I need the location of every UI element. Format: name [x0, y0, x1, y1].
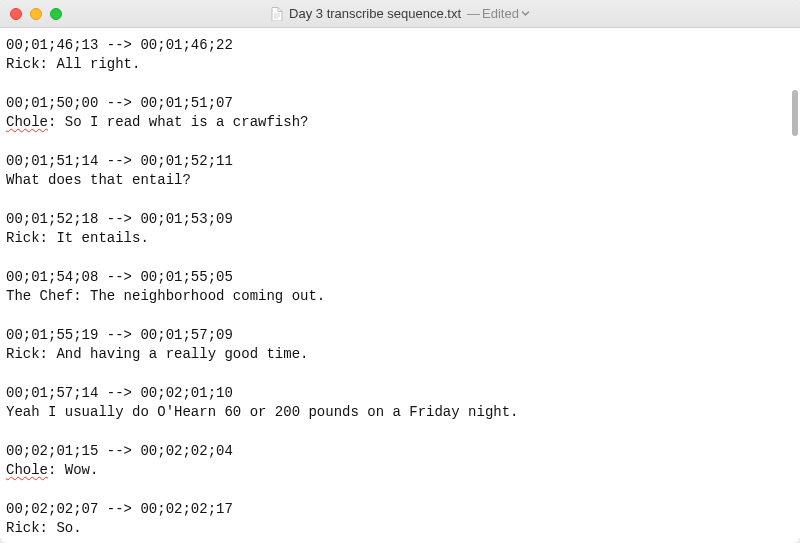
edited-badge[interactable]: — Edited: [467, 6, 530, 21]
chevron-down-icon: [521, 9, 530, 18]
text-editor-window: Day 3 transcribe sequence.txt — Edited 0…: [0, 0, 800, 543]
maximize-icon[interactable]: [50, 8, 62, 20]
text-editor-body[interactable]: 00;01;46;13 --> 00;01;46;22 Rick: All ri…: [0, 28, 790, 543]
scrollbar-thumb[interactable]: [792, 90, 798, 136]
title-center[interactable]: Day 3 transcribe sequence.txt — Edited: [0, 6, 800, 21]
document-title: Day 3 transcribe sequence.txt: [289, 6, 461, 21]
scrollbar-track[interactable]: [790, 28, 800, 543]
spellcheck-underline: Chole: [6, 114, 48, 130]
close-icon[interactable]: [10, 8, 22, 20]
document-icon: [270, 6, 283, 21]
title-separator: —: [467, 6, 480, 21]
window-controls: [0, 8, 62, 20]
spellcheck-underline: Chole: [6, 462, 48, 478]
edited-label: Edited: [482, 6, 519, 21]
content-area: 00;01;46;13 --> 00;01;46;22 Rick: All ri…: [0, 28, 800, 543]
titlebar[interactable]: Day 3 transcribe sequence.txt — Edited: [0, 0, 800, 28]
minimize-icon[interactable]: [30, 8, 42, 20]
